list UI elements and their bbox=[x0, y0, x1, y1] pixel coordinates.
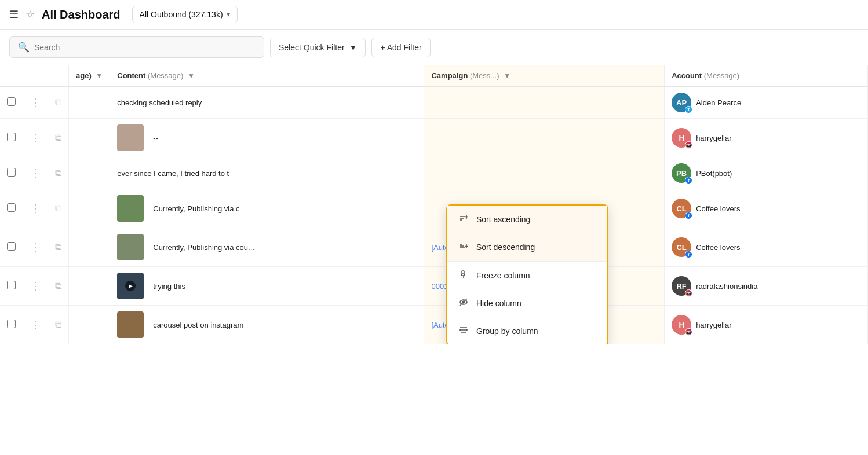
sort-arrow-campaign[interactable]: ▼ bbox=[504, 72, 510, 80]
row-actions-cell[interactable]: ⋮ bbox=[23, 267, 48, 306]
row-copy-cell[interactable]: ⧉ bbox=[48, 86, 69, 119]
row-checkbox-cell[interactable] bbox=[0, 189, 23, 228]
search-input[interactable] bbox=[34, 43, 256, 52]
row-checkbox-cell[interactable] bbox=[0, 119, 23, 157]
table-row: ⋮⧉Currently, Publishing via c CL f Coffe… bbox=[0, 189, 868, 228]
sort-desc-icon bbox=[458, 241, 469, 253]
row-checkbox[interactable] bbox=[7, 203, 16, 212]
row-copy-cell[interactable]: ⧉ bbox=[48, 306, 69, 344]
copy-icon[interactable]: ⧉ bbox=[55, 203, 61, 213]
add-filter-button[interactable]: + Add Filter bbox=[371, 38, 430, 57]
row-account-cell: PB f PBot(pbot) bbox=[665, 157, 868, 189]
row-checkbox[interactable] bbox=[7, 320, 16, 328]
row-account-cell: H 📷 harrygellar bbox=[665, 306, 868, 344]
content-text: Currently, Publishing via cou... bbox=[153, 243, 254, 252]
outbound-dropdown[interactable]: All Outbound (327.13k) ▾ bbox=[132, 6, 238, 23]
more-actions-icon[interactable]: ⋮ bbox=[30, 318, 41, 331]
copy-icon[interactable]: ⧉ bbox=[55, 242, 61, 252]
row-page-cell bbox=[69, 306, 110, 344]
copy-icon[interactable]: ⧉ bbox=[55, 133, 61, 142]
row-content-cell: -- bbox=[110, 119, 424, 157]
copy-icon[interactable]: ⧉ bbox=[55, 320, 61, 329]
row-content-cell: ever since I came, I tried hard to t bbox=[110, 157, 424, 189]
table-row: ⋮⧉checking scheduled reply AP T Aiden Pe… bbox=[0, 86, 868, 119]
row-actions-cell[interactable]: ⋮ bbox=[23, 86, 48, 119]
quick-filter-dropdown[interactable]: Select Quick Filter ▼ bbox=[270, 38, 366, 57]
row-content-cell: carousel post on instagram bbox=[110, 306, 424, 344]
quick-filter-label: Select Quick Filter bbox=[279, 43, 345, 52]
more-actions-icon[interactable]: ⋮ bbox=[30, 131, 41, 144]
more-actions-icon[interactable]: ⋮ bbox=[30, 167, 41, 179]
menu-item-sort-asc[interactable]: Sort ascending bbox=[447, 206, 607, 233]
row-page-cell bbox=[69, 86, 110, 119]
row-checkbox[interactable] bbox=[7, 168, 16, 177]
row-copy-cell[interactable]: ⧉ bbox=[48, 228, 69, 267]
row-page-cell bbox=[69, 228, 110, 267]
more-actions-icon[interactable]: ⋮ bbox=[30, 280, 41, 292]
sort-arrow-page[interactable]: ▼ bbox=[96, 72, 103, 80]
favorite-icon[interactable]: ☆ bbox=[25, 8, 35, 21]
menu-item-label: Hide column bbox=[476, 299, 521, 308]
add-filter-label: + Add Filter bbox=[380, 43, 421, 52]
avatar: AP T bbox=[672, 93, 691, 112]
chevron-down-icon: ▾ bbox=[227, 10, 230, 19]
menu-item-label: Sort ascending bbox=[476, 215, 530, 224]
account-name: PBot(pbot) bbox=[696, 169, 732, 178]
row-checkbox-cell[interactable] bbox=[0, 267, 23, 306]
row-actions-cell[interactable]: ⋮ bbox=[23, 119, 48, 157]
row-checkbox[interactable] bbox=[7, 242, 16, 251]
table-row: ⋮⧉-- H 📷 harrygellar bbox=[0, 119, 868, 157]
row-actions-cell[interactable]: ⋮ bbox=[23, 189, 48, 228]
sort-arrow-content[interactable]: ▼ bbox=[188, 72, 195, 80]
menu-item-group[interactable]: Group by column bbox=[447, 317, 607, 344]
svg-rect-8 bbox=[462, 271, 464, 274]
copy-icon[interactable]: ⧉ bbox=[55, 168, 61, 178]
col-page: age) ▼ bbox=[69, 65, 110, 86]
more-actions-icon[interactable]: ⋮ bbox=[30, 96, 41, 109]
row-actions-cell[interactable]: ⋮ bbox=[23, 306, 48, 344]
row-content-cell: ▶trying this bbox=[110, 267, 424, 306]
content-thumbnail bbox=[117, 234, 144, 260]
row-copy-cell[interactable]: ⧉ bbox=[48, 119, 69, 157]
menu-icon[interactable]: ☰ bbox=[9, 8, 19, 21]
page-title: All Dashboard bbox=[42, 8, 121, 21]
row-checkbox-cell[interactable] bbox=[0, 306, 23, 344]
search-box[interactable]: 🔍 bbox=[9, 36, 264, 58]
row-checkbox-cell[interactable] bbox=[0, 157, 23, 189]
copy-icon[interactable]: ⧉ bbox=[55, 97, 61, 107]
content-text: ever since I came, I tried hard to t bbox=[117, 169, 229, 178]
col-checkbox bbox=[0, 65, 23, 86]
menu-item-sort-desc[interactable]: Sort descending bbox=[447, 233, 607, 261]
table-row: ⋮⧉Currently, Publishing via cou...[Auto … bbox=[0, 228, 868, 267]
more-actions-icon[interactable]: ⋮ bbox=[30, 202, 41, 215]
row-copy-cell[interactable]: ⧉ bbox=[48, 267, 69, 306]
row-content-cell: Currently, Publishing via cou... bbox=[110, 228, 424, 267]
col-account: Account (Message) bbox=[665, 65, 868, 86]
header: ☰ ☆ All Dashboard All Outbound (327.13k)… bbox=[0, 0, 868, 30]
menu-item-hide[interactable]: Hide column bbox=[447, 289, 607, 317]
row-checkbox[interactable] bbox=[7, 133, 16, 141]
row-actions-cell[interactable]: ⋮ bbox=[23, 157, 48, 189]
row-page-cell bbox=[69, 267, 110, 306]
row-checkbox-cell[interactable] bbox=[0, 86, 23, 119]
row-content-cell: Currently, Publishing via c bbox=[110, 189, 424, 228]
social-badge-facebook-icon: f bbox=[685, 212, 692, 219]
content-text: -- bbox=[153, 134, 158, 142]
row-checkbox[interactable] bbox=[7, 97, 16, 106]
content-text: checking scheduled reply bbox=[117, 98, 202, 107]
table-row: ⋮⧉ever since I came, I tried hard to t P… bbox=[0, 157, 868, 189]
more-actions-icon[interactable]: ⋮ bbox=[30, 241, 41, 254]
search-icon: 🔍 bbox=[18, 42, 30, 53]
play-button-icon[interactable]: ▶ bbox=[125, 281, 136, 291]
col-campaign: Campaign (Mess...) ▼ bbox=[424, 65, 665, 86]
social-badge-instagram-icon: 📷 bbox=[685, 328, 692, 336]
row-checkbox-cell[interactable] bbox=[0, 228, 23, 267]
menu-item-freeze[interactable]: Freeze column bbox=[447, 262, 607, 289]
row-copy-cell[interactable]: ⧉ bbox=[48, 189, 69, 228]
row-actions-cell[interactable]: ⋮ bbox=[23, 228, 48, 267]
row-checkbox[interactable] bbox=[7, 281, 16, 289]
content-text: Currently, Publishing via c bbox=[153, 204, 239, 213]
row-copy-cell[interactable]: ⧉ bbox=[48, 157, 69, 189]
row-content-cell: checking scheduled reply bbox=[110, 86, 424, 119]
copy-icon[interactable]: ⧉ bbox=[55, 281, 61, 291]
